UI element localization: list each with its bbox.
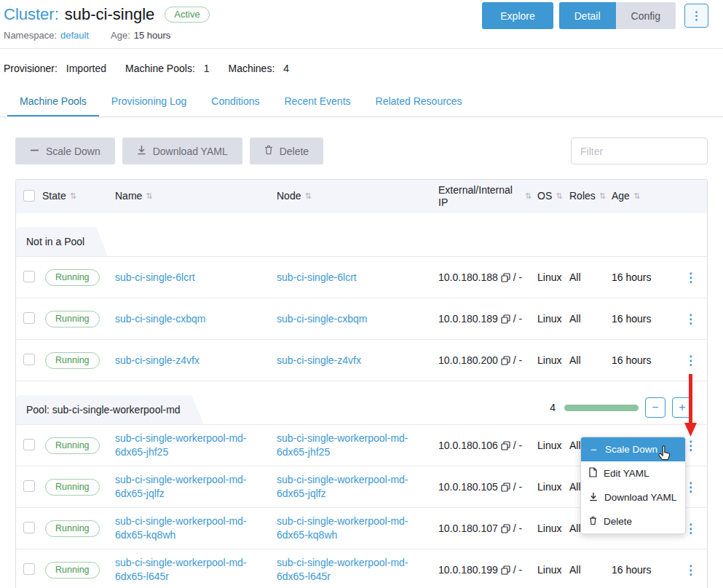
row-actions-kebab-icon[interactable] bbox=[677, 560, 704, 580]
machines-label: Machines: bbox=[228, 63, 274, 74]
row-checkbox[interactable] bbox=[23, 312, 35, 324]
explore-button[interactable]: Explore bbox=[482, 2, 553, 29]
external-ip: 10.0.180.200 bbox=[438, 354, 498, 366]
group-label: Pool: sub-ci-single-workerpool-md bbox=[16, 395, 204, 424]
provisioner-item: Provisioner: Imported bbox=[4, 63, 106, 74]
external-ip: 10.0.180.199 bbox=[438, 564, 498, 576]
machine-name-link[interactable]: sub-ci-single-6lcrt bbox=[115, 271, 277, 285]
internal-ip: / - bbox=[513, 523, 522, 534]
tab-recent-events[interactable]: Recent Events bbox=[272, 87, 363, 116]
menu-label: Edit YAML bbox=[604, 468, 649, 479]
copy-ip-icon[interactable] bbox=[501, 524, 510, 533]
download-icon bbox=[589, 492, 598, 504]
config-button[interactable]: Config bbox=[616, 2, 676, 29]
sort-icon[interactable] bbox=[304, 191, 311, 202]
row-checkbox[interactable] bbox=[23, 439, 35, 450]
machines-value: 4 bbox=[283, 63, 289, 74]
copy-ip-icon[interactable] bbox=[501, 565, 510, 575]
menu-item-scale-down[interactable]: − Scale Down bbox=[581, 437, 685, 461]
download-yaml-button[interactable]: Download YAML bbox=[122, 138, 242, 164]
copy-ip-icon[interactable] bbox=[501, 482, 510, 492]
age-cell: 16 hours bbox=[612, 271, 677, 283]
os-header: OS bbox=[537, 190, 552, 203]
cluster-name: sub-ci-single bbox=[65, 5, 155, 24]
header-actions: Explore Detail Config bbox=[482, 2, 708, 29]
copy-ip-icon[interactable] bbox=[501, 314, 510, 324]
row-actions-kebab-icon[interactable] bbox=[677, 351, 704, 370]
node-link[interactable]: sub-ci-single-workerpool-md-6dx65-l645r bbox=[277, 556, 438, 584]
copy-ip-icon[interactable] bbox=[501, 356, 510, 365]
menu-item-download-yaml[interactable]: Download YAML bbox=[581, 485, 685, 509]
tab-provisioning-log[interactable]: Provisioning Log bbox=[99, 87, 199, 116]
sort-icon[interactable] bbox=[599, 191, 606, 202]
row-checkbox[interactable] bbox=[23, 354, 35, 365]
node-link[interactable]: sub-ci-single-cxbqm bbox=[277, 312, 438, 326]
node-link[interactable]: sub-ci-single-6lcrt bbox=[277, 271, 438, 285]
filter-input[interactable] bbox=[571, 138, 708, 164]
table-row: Running sub-ci-single-6lcrt sub-ci-singl… bbox=[16, 257, 707, 298]
sort-icon[interactable] bbox=[70, 191, 76, 202]
file-icon bbox=[589, 467, 597, 480]
row-actions-kebab-icon[interactable] bbox=[677, 268, 704, 287]
state-badge: Running bbox=[45, 520, 100, 537]
pool-scale-up-button[interactable] bbox=[672, 397, 692, 418]
menu-item-delete[interactable]: Delete bbox=[581, 509, 685, 533]
age-cell: 16 hours bbox=[612, 354, 677, 366]
sort-icon[interactable] bbox=[556, 191, 562, 202]
namespace-link[interactable]: default bbox=[60, 30, 89, 41]
machine-name-link[interactable]: sub-ci-single-workerpool-md-6dx65-kq8wh bbox=[115, 514, 277, 542]
pool-health-bar bbox=[564, 405, 639, 411]
roles-cell: All bbox=[569, 564, 612, 576]
machines-item: Machines: 4 bbox=[228, 63, 289, 74]
download-yaml-label: Download YAML bbox=[153, 146, 228, 157]
machine-name-link[interactable]: sub-ci-single-z4vfx bbox=[115, 354, 277, 368]
row-checkbox[interactable] bbox=[23, 563, 35, 575]
age-header: Age bbox=[612, 190, 630, 203]
age-value: 15 hours bbox=[134, 30, 171, 41]
sort-icon[interactable] bbox=[146, 191, 152, 202]
bulk-actions-toolbar: Scale Down Download YAML Delete bbox=[15, 138, 708, 164]
row-actions-kebab-icon[interactable] bbox=[677, 309, 704, 329]
node-link[interactable]: sub-ci-single-workerpool-md-6dx65-kq8wh bbox=[277, 514, 438, 542]
node-link[interactable]: sub-ci-single-workerpool-md-6dx65-jhf25 bbox=[277, 432, 438, 459]
sort-icon[interactable] bbox=[525, 191, 532, 202]
menu-label: Download YAML bbox=[604, 492, 676, 503]
scale-down-button[interactable]: Scale Down bbox=[15, 138, 115, 164]
age-cell: 16 hours bbox=[612, 564, 677, 576]
pool-scale-down-button[interactable] bbox=[645, 397, 665, 418]
group-label: Not in a Pool bbox=[16, 227, 108, 256]
group-row-not-in-pool: Not in a Pool bbox=[16, 213, 707, 257]
external-ip: 10.0.180.189 bbox=[438, 313, 498, 325]
delete-label: Delete bbox=[280, 146, 309, 157]
machine-pools-value: 1 bbox=[204, 63, 210, 74]
machine-name-link[interactable]: sub-ci-single-workerpool-md-6dx65-jhf25 bbox=[115, 432, 277, 459]
copy-ip-icon[interactable] bbox=[501, 441, 510, 450]
node-link[interactable]: sub-ci-single-z4vfx bbox=[277, 354, 438, 368]
minus-icon: − bbox=[589, 443, 598, 456]
cluster-actions-kebab-icon[interactable] bbox=[684, 4, 708, 28]
machine-name-link[interactable]: sub-ci-single-cxbqm bbox=[115, 312, 277, 326]
table-row: Running sub-ci-single-z4vfx sub-ci-singl… bbox=[16, 340, 707, 381]
tab-machine-pools[interactable]: Machine Pools bbox=[7, 87, 99, 116]
node-link[interactable]: sub-ci-single-workerpool-md-6dx65-jqlfz bbox=[277, 473, 438, 501]
age-cell: 16 hours bbox=[612, 313, 677, 325]
delete-button[interactable]: Delete bbox=[250, 138, 323, 164]
copy-ip-icon[interactable] bbox=[501, 273, 510, 282]
row-checkbox[interactable] bbox=[23, 271, 35, 282]
select-all-checkbox[interactable] bbox=[23, 190, 35, 202]
menu-item-edit-yaml[interactable]: Edit YAML bbox=[581, 461, 685, 485]
sort-icon[interactable] bbox=[633, 191, 640, 202]
machine-name-link[interactable]: sub-ci-single-workerpool-md-6dx65-jqlfz bbox=[115, 473, 277, 501]
namespace-label: Namespace: bbox=[4, 30, 57, 41]
row-checkbox[interactable] bbox=[23, 522, 35, 533]
machine-pools-item: Machine Pools: 1 bbox=[125, 63, 209, 74]
tab-conditions[interactable]: Conditions bbox=[199, 87, 272, 116]
cluster-detail-page: Cluster: sub-ci-single Active Namespace:… bbox=[0, 0, 723, 588]
detail-button[interactable]: Detail bbox=[559, 2, 616, 29]
tab-related-resources[interactable]: Related Resources bbox=[363, 87, 475, 116]
table-row: Running sub-ci-single-workerpool-md-6dx6… bbox=[16, 549, 707, 588]
os-cell: Linux bbox=[537, 481, 569, 493]
machine-name-link[interactable]: sub-ci-single-workerpool-md-6dx65-l645r bbox=[115, 556, 277, 584]
state-badge: Running bbox=[45, 479, 100, 496]
row-checkbox[interactable] bbox=[23, 480, 35, 492]
